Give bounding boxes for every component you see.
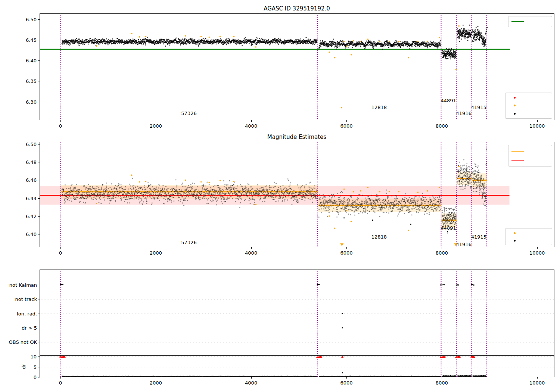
- y-tick-label: 6.42: [26, 213, 37, 219]
- legend-marker-icon: [514, 105, 516, 106]
- y-tick-label: 6.40: [26, 58, 37, 63]
- middle-plot-axes: [40, 142, 554, 247]
- dr-tick-label: 10: [30, 354, 37, 360]
- annotation-obsid-41916: 41916: [456, 111, 472, 116]
- flag-category-label: OBS not OK: [9, 339, 37, 345]
- x-tick-label: 2000: [150, 380, 162, 386]
- x-tick-label: 0: [59, 123, 62, 129]
- legend-mag-agasc: [508, 16, 552, 27]
- x-tick-label: 10000: [529, 380, 545, 386]
- x-tick-label: 6000: [340, 380, 352, 386]
- x-tick-label: 4000: [245, 380, 257, 386]
- x-tick-label: 0: [59, 380, 62, 386]
- x-tick-label: 6000: [340, 250, 352, 256]
- x-tick-label: 4000: [245, 123, 257, 129]
- legend-mag-obsid: [508, 145, 552, 167]
- figure: AGASC ID 329519192.0 Magnitude Estimates…: [0, 0, 560, 392]
- top-plot-title: AGASC ID 329519192.0: [264, 5, 330, 12]
- legend-item: [508, 94, 549, 102]
- middle-plot-title: Magnitude Estimates: [267, 134, 326, 140]
- x-tick-label: 8000: [436, 250, 448, 256]
- dr-tick-label: 5: [34, 364, 37, 370]
- x-tick-label: 2000: [150, 123, 162, 129]
- legend-line-sample-icon: [511, 151, 524, 152]
- y-tick-label: 6.44: [26, 195, 37, 201]
- legend-item: [511, 156, 549, 164]
- annotation-obsid-57326: 57326: [181, 111, 196, 116]
- annotation-obsid-41916: 41916: [456, 241, 472, 247]
- annotation-obsid-44891: 44891: [441, 98, 456, 103]
- y-tick-label: 6.30: [26, 99, 37, 105]
- flags-plot-axes: [40, 270, 554, 377]
- flag-category-label: not track: [15, 296, 37, 302]
- annotation-obsid-12818: 12818: [371, 234, 387, 240]
- annotation-obsid-41915: 41915: [471, 234, 486, 240]
- y-tick-label: 6.35: [26, 78, 37, 84]
- x-tick-label: 4000: [245, 250, 257, 256]
- legend-marker-icon: [514, 97, 516, 99]
- legend-line-sample-icon: [511, 160, 524, 161]
- dr-axis-label: dr: [21, 364, 27, 369]
- legend-line-sample-icon: [511, 21, 524, 22]
- annotation-obsid-12818: 12818: [371, 104, 387, 110]
- annotation-obsid-57326: 57326: [181, 239, 196, 245]
- x-tick-label: 2000: [150, 250, 162, 256]
- y-tick-label: 6.50: [26, 141, 37, 147]
- x-tick-label: 10000: [529, 250, 545, 256]
- y-tick-label: 6.50: [26, 17, 37, 22]
- legend-item: [508, 237, 549, 244]
- flag-category-label: not Kalman: [9, 282, 37, 288]
- legend-item: [508, 102, 549, 109]
- annotation-obsid-44891: 44891: [441, 225, 456, 231]
- legend-marker-icon: [514, 240, 516, 242]
- x-tick-label: 10000: [529, 123, 545, 129]
- legend-item: [511, 18, 549, 26]
- x-tick-label: 8000: [436, 380, 448, 386]
- legend-top-points: [505, 93, 552, 119]
- y-tick-label: 6.48: [26, 159, 37, 165]
- x-tick-label: 6000: [340, 123, 352, 129]
- annotation-obsid-41915: 41915: [471, 104, 486, 110]
- flag-category-label: dr > 5: [22, 325, 37, 331]
- legend-item: [511, 147, 549, 155]
- y-tick-label: 6.45: [26, 37, 37, 43]
- x-tick-label: 8000: [436, 123, 448, 129]
- dr-tick-label: 0: [34, 374, 37, 380]
- x-tick-label: 0: [59, 250, 62, 256]
- legend-marker-icon: [514, 113, 516, 115]
- legend-middle-points: [505, 228, 552, 245]
- legend-item: [508, 110, 549, 118]
- flag-category-label: Ion. rad.: [17, 311, 37, 316]
- y-tick-label: 6.40: [26, 231, 37, 237]
- legend-marker-icon: [514, 232, 516, 234]
- legend-item: [508, 229, 549, 237]
- y-tick-label: 6.46: [26, 177, 37, 183]
